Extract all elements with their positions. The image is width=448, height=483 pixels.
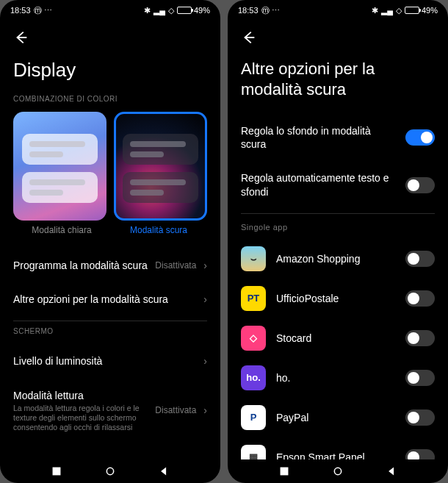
battery-indicator: 49% [405, 6, 438, 15]
app-row: PTUfficioPostale [241, 279, 435, 318]
theme-selector [13, 112, 207, 221]
app-row: ⌣Amazon Shopping [241, 239, 435, 279]
app-row: ▦Epson Smart Panel [241, 437, 435, 459]
app-toggle[interactable] [405, 449, 435, 459]
page-title: Display [13, 59, 207, 82]
chevron-right-icon: › [203, 293, 207, 305]
back-button[interactable] [241, 29, 257, 46]
svg-point-1 [106, 468, 113, 474]
back-button[interactable] [13, 29, 29, 46]
status-time: 18:53 [10, 6, 31, 15]
divider [13, 321, 207, 321]
app-row: ho.ho. [241, 358, 435, 398]
signal-icon: ▂▄ [381, 6, 393, 15]
app-name: Amazon Shopping [276, 253, 395, 265]
nav-recent-button[interactable] [50, 465, 63, 478]
theme-light-label[interactable]: Modalità chiara [13, 225, 110, 235]
bluetooth-icon: ✱ [372, 6, 378, 15]
app-toggle[interactable] [405, 330, 435, 346]
app-name: PayPal [276, 412, 395, 423]
app-name: UfficioPostale [276, 293, 395, 304]
adjust-wallpaper-row: Regola lo sfondo in modalità scura [241, 114, 435, 161]
app-icon: ▦ [241, 445, 266, 459]
app-name: Epson Smart Panel [276, 451, 395, 459]
svg-point-3 [334, 468, 341, 474]
bluetooth-icon: ✱ [144, 6, 151, 15]
app-row: ◇Stocard [241, 318, 435, 358]
app-name: ho. [276, 372, 395, 384]
left-phone: 18:53 ⓜ ⋯ ✱ ▂▄ ◇ 49% Display COMBINAZION… [0, 0, 220, 483]
chevron-right-icon: › [203, 404, 207, 416]
status-time: 18:53 [238, 6, 259, 15]
page-title: Altre opzioni per la modalità scura [241, 59, 435, 99]
app-toggle[interactable] [405, 290, 435, 307]
app-icon: ho. [241, 365, 266, 390]
app-icon: ◇ [241, 326, 266, 351]
nav-bar [0, 459, 220, 483]
theme-dark-card[interactable] [114, 112, 207, 221]
section-screen-label: SCHERMO [13, 327, 207, 335]
auto-adjust-row: Regola automaticamente testo e sfondi [241, 161, 435, 208]
app-icon: PT [241, 286, 266, 311]
svg-rect-2 [280, 468, 288, 476]
wifi-icon: ◇ [396, 6, 402, 15]
reading-mode-row[interactable]: Modalità lettura La modalità lettura reg… [13, 379, 207, 443]
nav-home-button[interactable] [104, 465, 117, 478]
divider [241, 213, 435, 214]
nav-back-button[interactable] [385, 465, 398, 478]
app-icon: ⌣ [241, 246, 266, 271]
status-icons-left: ⓜ ⋯ [34, 5, 52, 16]
nav-home-button[interactable] [331, 465, 344, 478]
status-icons-left: ⓜ ⋯ [261, 5, 280, 16]
chevron-right-icon: › [203, 355, 207, 367]
status-bar: 18:53 ⓜ ⋯ ✱ ▂▄ ◇ 49% [228, 0, 448, 21]
section-apps-label: Singole app [241, 223, 435, 232]
app-row: PPayPal [241, 398, 435, 437]
chevron-right-icon: › [203, 260, 207, 271]
apps-list: ⌣Amazon ShoppingPTUfficioPostale◇Stocard… [241, 239, 435, 459]
app-icon: P [241, 405, 266, 430]
theme-dark-label[interactable]: Modalità scura [110, 225, 207, 235]
theme-light-card[interactable] [13, 112, 106, 221]
right-phone: 18:53 ⓜ ⋯ ✱ ▂▄ ◇ 49% Altre opzioni per l… [228, 0, 448, 483]
app-toggle[interactable] [405, 409, 435, 426]
app-toggle[interactable] [405, 370, 435, 386]
nav-bar [228, 459, 448, 483]
app-name: Stocard [276, 332, 395, 344]
adjust-wallpaper-toggle[interactable] [405, 129, 435, 146]
nav-recent-button[interactable] [278, 465, 291, 478]
status-bar: 18:53 ⓜ ⋯ ✱ ▂▄ ◇ 49% [0, 0, 220, 21]
schedule-dark-mode-row[interactable]: Programma la modalità scura Disattivata … [13, 248, 207, 282]
wifi-icon: ◇ [168, 6, 174, 15]
app-toggle[interactable] [405, 251, 435, 267]
signal-icon: ▂▄ [153, 6, 165, 15]
svg-rect-0 [52, 468, 60, 476]
brightness-row[interactable]: Livello di luminosità › [13, 344, 207, 378]
more-dark-options-row[interactable]: Altre opzioni per la modalità scura › [13, 282, 207, 316]
auto-adjust-toggle[interactable] [405, 177, 435, 193]
nav-back-button[interactable] [157, 465, 170, 478]
section-colors-label: COMBINAZIONE DI COLORI [13, 95, 207, 103]
battery-indicator: 49% [177, 6, 210, 15]
